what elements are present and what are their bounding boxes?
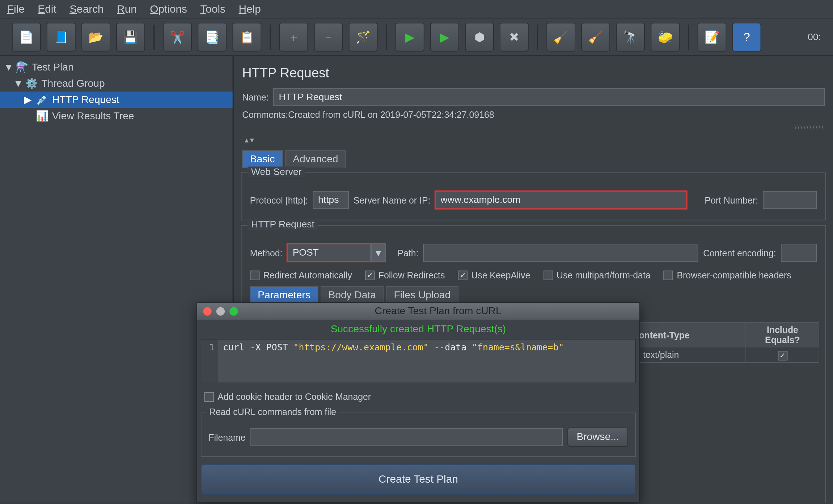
chk-multipart[interactable]: Use multipart/form-data — [544, 270, 651, 280]
comments-label: Comments:Created from cURL on 2019-07-05… — [242, 110, 494, 120]
tree-label: HTTP Request — [52, 94, 119, 106]
protocol-label: Protocol [http]: — [250, 195, 308, 205]
port-label: Port Number: — [705, 195, 758, 205]
curl-code[interactable]: curl -X POST "https://www.example.com" -… — [218, 339, 635, 383]
create-test-plan-button[interactable]: Create Test Plan — [201, 464, 636, 494]
chk-browser-headers[interactable]: Browser-compatible headers — [664, 270, 791, 280]
save-icon[interactable]: 💾 — [116, 23, 145, 51]
dialog-title: Create Test Plan from cURL — [243, 306, 634, 317]
cell-include-equals[interactable] — [746, 347, 819, 363]
server-label: Server Name or IP: — [354, 195, 431, 205]
plus-icon[interactable]: ＋ — [279, 23, 308, 51]
chk-redirect-auto[interactable]: Redirect Automatically — [250, 270, 352, 280]
wand-icon[interactable]: 🪄 — [349, 23, 377, 51]
filename-label: Filename — [208, 432, 245, 442]
run-icon[interactable]: ▶ — [396, 23, 424, 51]
cut-icon[interactable]: ✂️ — [163, 23, 191, 51]
success-message: Successfully created HTTP Request(s) — [197, 320, 639, 339]
run-no-pause-icon[interactable]: ▶ — [430, 23, 459, 51]
tree-test-plan[interactable]: ▼⚗️ Test Plan — [0, 59, 233, 76]
clear-icon[interactable]: 🧹 — [546, 23, 575, 51]
filename-input[interactable] — [250, 428, 563, 446]
results-icon: 📊 — [36, 110, 48, 122]
pipette-icon: 💉 — [36, 93, 48, 106]
chevron-down-icon[interactable]: ▼ — [371, 244, 385, 262]
clear-all-icon[interactable]: 🧹 — [581, 23, 610, 51]
name-input[interactable] — [273, 88, 824, 106]
tree-label: Thread Group — [41, 77, 105, 89]
stop-icon[interactable]: ⬢ — [465, 23, 494, 51]
panel-title: HTTP Request — [242, 65, 827, 81]
server-input[interactable] — [435, 191, 687, 209]
menu-run[interactable]: Run — [117, 3, 137, 16]
tab-files-upload[interactable]: Files Upload — [386, 286, 458, 304]
open-icon[interactable]: 📂 — [81, 23, 110, 51]
curl-code-input[interactable]: 1 curl -X POST "https://www.example.com"… — [201, 339, 636, 383]
chk-keepalive[interactable]: Use KeepAlive — [458, 270, 530, 280]
tree-label: View Results Tree — [52, 110, 134, 122]
menu-help[interactable]: Help — [238, 3, 261, 16]
elapsed-time: 00: — [808, 32, 821, 43]
search-icon[interactable]: 🔭 — [616, 23, 644, 51]
function-helper-icon[interactable]: 📝 — [698, 23, 726, 51]
path-input[interactable] — [423, 244, 698, 262]
curl-dialog: Create Test Plan from cURL Successfully … — [196, 302, 640, 502]
minimize-icon[interactable] — [216, 307, 225, 316]
grip-icon[interactable]: \\\\\\\\\\ — [794, 123, 825, 131]
copy-icon[interactable]: 📑 — [198, 23, 227, 51]
encoding-input[interactable] — [781, 244, 817, 262]
close-icon[interactable] — [203, 307, 211, 316]
browse-button[interactable]: Browse... — [568, 427, 628, 447]
read-file-legend: Read cURL commands from file — [206, 407, 339, 417]
shutdown-icon[interactable]: ✖ — [500, 23, 528, 51]
collapse-arrows-icon[interactable]: ▲▼ — [243, 137, 254, 144]
tab-advanced[interactable]: Advanced — [285, 150, 346, 168]
tree-thread-group[interactable]: ▼⚙️ Thread Group — [0, 76, 233, 92]
web-server-group: Web Server Protocol [http]: Server Name … — [241, 172, 826, 220]
read-from-file-group: Read cURL commands from file Filename Br… — [201, 413, 636, 457]
tab-parameters[interactable]: Parameters — [250, 286, 318, 304]
toolbar: 📄 📘 📂 💾 ✂️ 📑 📋 ＋ － 🪄 ▶ ▶ ⬢ ✖ 🧹 🧹 🔭 🧽 📝 ?… — [0, 19, 833, 56]
tree-http-request[interactable]: ▶💉 HTTP Request — [0, 91, 233, 108]
line-number: 1 — [201, 339, 218, 383]
flask-icon: ⚗️ — [16, 61, 28, 74]
zoom-icon[interactable] — [229, 307, 238, 316]
chk-cookie-header[interactable]: Add cookie header to Cookie Manager — [204, 392, 371, 402]
minus-icon[interactable]: － — [314, 23, 343, 51]
chk-follow-redirects[interactable]: Follow Redirects — [365, 270, 445, 280]
encoding-label: Content encoding: — [703, 248, 776, 258]
paste-icon[interactable]: 📋 — [233, 23, 261, 51]
menubar: File Edit Search Run Options Tools Help — [0, 0, 833, 19]
path-label: Path: — [397, 248, 418, 258]
tree-label: Test Plan — [32, 61, 74, 73]
name-label: Name: — [242, 92, 268, 102]
tree-view-results[interactable]: 📊 View Results Tree — [0, 108, 233, 124]
web-server-legend: Web Server — [248, 166, 305, 177]
tab-body-data[interactable]: Body Data — [321, 286, 384, 304]
menu-tools[interactable]: Tools — [200, 3, 225, 16]
menu-edit[interactable]: Edit — [38, 3, 56, 16]
menu-search[interactable]: Search — [69, 3, 103, 16]
method-label: Method: — [250, 248, 283, 258]
http-request-legend: HTTP Request — [248, 219, 318, 230]
col-include-equals[interactable]: Include Equals? — [746, 323, 819, 347]
method-select[interactable] — [287, 244, 371, 262]
port-input[interactable] — [763, 191, 817, 209]
reset-search-icon[interactable]: 🧽 — [651, 23, 680, 51]
templates-icon[interactable]: 📘 — [47, 23, 75, 51]
gear-icon: ⚙️ — [25, 77, 38, 90]
menu-file[interactable]: File — [7, 3, 25, 16]
help-icon[interactable]: ? — [732, 23, 761, 51]
menu-options[interactable]: Options — [150, 3, 187, 16]
dialog-titlebar[interactable]: Create Test Plan from cURL — [197, 303, 639, 320]
protocol-input[interactable] — [313, 191, 348, 209]
new-icon[interactable]: 📄 — [12, 23, 41, 51]
tab-basic[interactable]: Basic — [242, 150, 283, 168]
